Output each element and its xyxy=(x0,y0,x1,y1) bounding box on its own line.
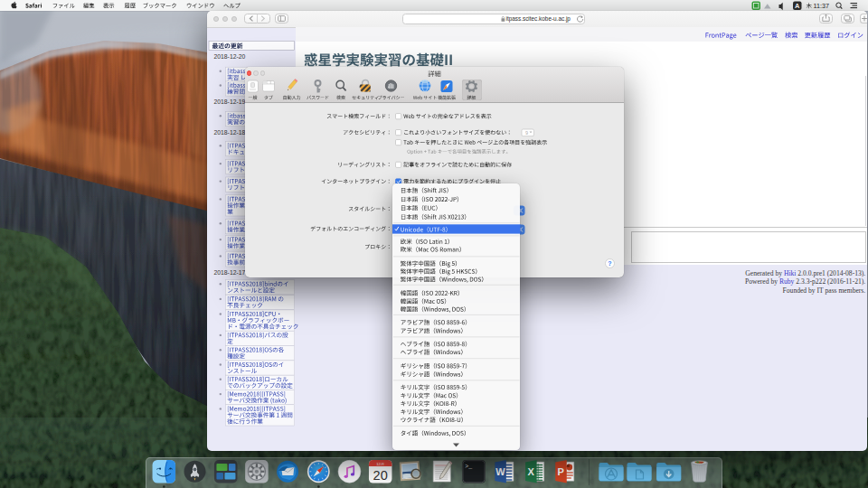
svg-text:2018-12-19: 2018-12-19 xyxy=(214,98,246,104)
svg-text:2018-12-18: 2018-12-18 xyxy=(214,129,246,136)
svg-text:2018-12-20: 2018-12-20 xyxy=(214,53,246,60)
svg-text:20: 20 xyxy=(373,468,388,483)
svg-text:P: P xyxy=(558,466,564,477)
svg-text:9: 9 xyxy=(525,130,528,136)
svg-text:2018-12-17: 2018-12-17 xyxy=(214,269,246,276)
svg-text:W: W xyxy=(495,466,505,477)
svg-text:?: ? xyxy=(608,260,611,267)
svg-text:11:37: 11:37 xyxy=(814,2,829,10)
svg-text:>_: >_ xyxy=(465,464,472,470)
svg-text:A: A xyxy=(795,2,800,10)
svg-text:12月: 12月 xyxy=(376,462,384,466)
svg-text:X: X xyxy=(527,466,534,477)
